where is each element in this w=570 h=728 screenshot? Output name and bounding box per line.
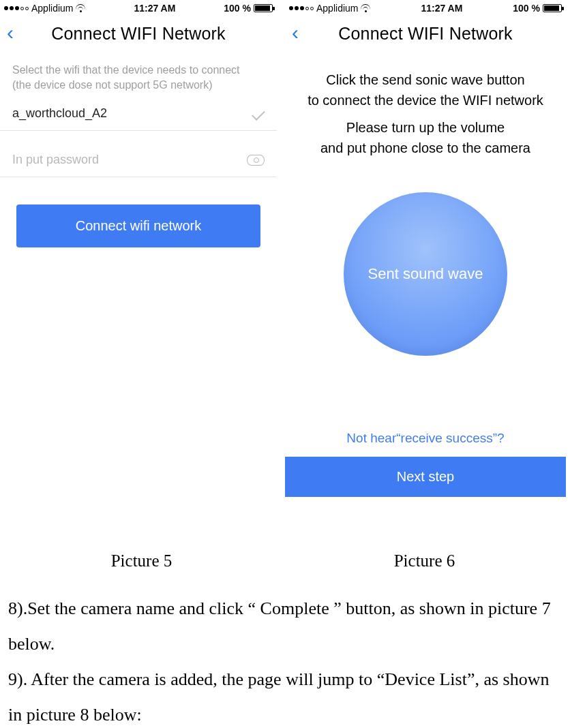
back-button[interactable]: ‹ (7, 23, 14, 42)
status-bar-right: 100 % (513, 3, 562, 14)
carrier-label: Applidium (31, 3, 73, 14)
phone-screen-picture-6: Applidium 11:27 AM 100 % ‹ Connect WIFI … (285, 0, 566, 497)
not-hear-label: Not hear“receive success”? (346, 431, 504, 445)
instruction-line-3: Please turn up the volume (346, 120, 505, 135)
sonic-wave-instructions: Click the send sonic wave button to conn… (285, 50, 566, 158)
step-8-text: 8).Set the camera name and click “ Compl… (8, 591, 558, 662)
instruction-line-2: to connect the device the WIFI network (308, 93, 543, 108)
hint-line-2: (the device dose not support 5G network) (12, 78, 265, 93)
page-title: Connect WIFI Network (338, 24, 512, 44)
status-bar-left: Applidium (289, 3, 370, 14)
phone-screen-picture-5: Applidium 11:27 AM 100 % ‹ Connect WIFI … (0, 0, 277, 497)
next-step-button[interactable]: Next step (285, 457, 566, 497)
battery-percent: 100 % (513, 3, 540, 14)
battery-icon (254, 4, 273, 12)
nav-bar: ‹ Connect WIFI Network (0, 16, 277, 50)
status-bar-left: Applidium (4, 3, 85, 14)
wifi-icon (361, 4, 370, 12)
chevron-down-icon (252, 107, 265, 121)
caption-picture-6: Picture 6 (283, 551, 566, 571)
status-bar-right: 100 % (224, 3, 273, 14)
status-bar: Applidium 11:27 AM 100 % (285, 0, 566, 16)
back-button[interactable]: ‹ (292, 23, 299, 42)
send-sound-wave-label: Sent sound wave (368, 265, 483, 283)
battery-percent: 100 % (224, 3, 251, 14)
status-bar-time: 11:27 AM (134, 3, 175, 14)
status-bar: Applidium 11:27 AM 100 % (0, 0, 277, 16)
connect-wifi-button-label: Connect wifi network (76, 218, 202, 233)
next-step-label: Next step (397, 469, 454, 484)
instruction-paragraphs: 8).Set the camera name and click “ Compl… (0, 571, 570, 728)
battery-icon (543, 4, 562, 12)
signal-dots-icon (289, 6, 314, 10)
send-sound-wave-button[interactable]: Sent sound wave (344, 192, 507, 356)
wifi-icon (76, 4, 85, 12)
wifi-select-field[interactable]: a_worthcloud_A2 (0, 97, 277, 131)
instruction-line-1: Click the send sonic wave button (326, 72, 524, 87)
nav-bar: ‹ Connect WIFI Network (285, 16, 566, 50)
hint-line-1: Select the wifi that the device needs to… (12, 63, 265, 78)
caption-picture-5: Picture 5 (0, 551, 283, 571)
password-placeholder: In put password (12, 153, 247, 167)
figure-captions: Picture 5 Picture 6 (0, 551, 566, 571)
phone-screens-row: Applidium 11:27 AM 100 % ‹ Connect WIFI … (0, 0, 570, 497)
status-bar-time: 11:27 AM (421, 3, 462, 14)
page-title: Connect WIFI Network (51, 24, 225, 44)
carrier-label: Applidium (316, 3, 358, 14)
wifi-select-hint: Select the wifi that the device needs to… (0, 50, 277, 97)
not-hear-link[interactable]: Not hear“receive success”? (285, 431, 566, 446)
step-9-text: 9). After the camera is added, the page … (8, 662, 558, 728)
eye-icon[interactable] (247, 155, 265, 166)
password-field[interactable]: In put password (0, 143, 277, 177)
connect-wifi-button[interactable]: Connect wifi network (16, 204, 260, 247)
instruction-line-4: and put phone close to the camera (320, 140, 530, 155)
signal-dots-icon (4, 6, 29, 10)
wifi-selected-value: a_worthcloud_A2 (12, 106, 252, 121)
